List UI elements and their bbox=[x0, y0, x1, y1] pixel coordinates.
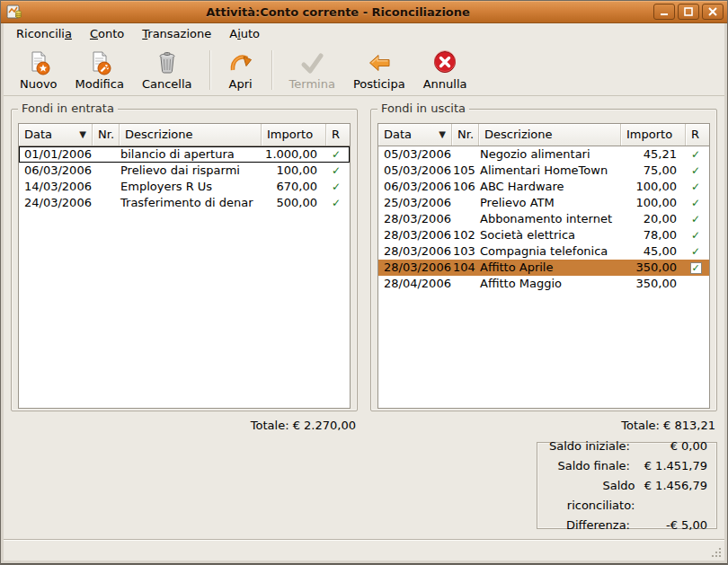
cell-date: 24/03/2006 bbox=[19, 195, 92, 211]
menu-transazione[interactable]: Transazione bbox=[133, 24, 220, 43]
column-header-importo[interactable]: Importo bbox=[621, 124, 686, 146]
cell-amt: 75,00 bbox=[619, 163, 684, 179]
transaction-row[interactable]: 28/04/2006Affitto Maggio350,00 bbox=[378, 276, 709, 292]
cell-nr bbox=[92, 146, 119, 163]
title-bar[interactable]: Attività:Conto corrente - Riconciliazion… bbox=[1, 1, 727, 23]
difference-value: -€ 5,00 bbox=[630, 516, 707, 535]
ending-balance-label: Saldo finale: bbox=[557, 456, 630, 476]
cell-nr bbox=[92, 195, 119, 211]
edit-document-icon bbox=[86, 49, 113, 76]
cell-date: 14/03/2006 bbox=[19, 179, 92, 195]
minimize-button[interactable] bbox=[653, 4, 675, 20]
column-header-descrizione[interactable]: Descrizione bbox=[120, 124, 262, 146]
cell-nr bbox=[451, 211, 478, 227]
transaction-row[interactable]: 28/03/2006102Società elettrica78,00✓ bbox=[378, 227, 709, 243]
window-title: Attività:Conto corrente - Riconciliazion… bbox=[22, 5, 653, 19]
transaction-row[interactable]: 05/03/2006Negozio alimentari45,21✓ bbox=[378, 146, 709, 163]
reconcile-window: Attività:Conto corrente - Riconciliazion… bbox=[0, 0, 728, 565]
edit-button[interactable]: Modifica bbox=[67, 47, 133, 93]
edit-button-label: Modifica bbox=[75, 77, 124, 91]
transaction-row[interactable]: 05/03/2006105Alimentari HomeTown75,00✓ bbox=[378, 163, 709, 179]
transaction-row[interactable]: 28/03/2006104Affitto Aprile350,00✓ bbox=[378, 260, 709, 276]
reconciled-balance-value: € 1.456,79 bbox=[635, 476, 707, 496]
column-header-data[interactable]: Data▼ bbox=[378, 124, 452, 146]
funds-out-legend: Fondi in uscita bbox=[377, 102, 469, 115]
reconciled-check-icon: ✓ bbox=[332, 164, 341, 177]
transaction-row[interactable]: 28/03/2006103Compagnia telefonica45,00✓ bbox=[378, 243, 709, 260]
column-header-importo[interactable]: Importo bbox=[262, 124, 326, 146]
cell-desc: Società elettrica bbox=[478, 227, 619, 243]
reconciled-cell[interactable]: ✓ bbox=[684, 243, 707, 260]
maximize-button[interactable] bbox=[678, 4, 699, 20]
menu-riconcilia[interactable]: Riconcilia bbox=[7, 24, 81, 43]
cell-desc: Compagnia telefonica bbox=[478, 243, 619, 260]
app-icon bbox=[6, 4, 22, 20]
column-header-data[interactable]: Data▼ bbox=[19, 124, 93, 146]
reconciled-cell[interactable]: ✓ bbox=[324, 195, 348, 211]
transaction-row[interactable]: 14/03/2006Employers R Us670,00✓ bbox=[19, 179, 350, 195]
menu-conto[interactable]: Conto bbox=[81, 24, 133, 43]
transaction-row[interactable]: 06/03/2006Prelievo dai risparmi100,00✓ bbox=[19, 163, 350, 179]
postpone-button[interactable]: Posticipa bbox=[344, 47, 414, 93]
reconciled-balance-row: Saldo riconciliato: € 1.456,79 bbox=[537, 476, 707, 516]
cell-date: 28/03/2006 bbox=[378, 211, 451, 227]
cell-date: 25/03/2006 bbox=[378, 195, 451, 211]
cell-date: 05/03/2006 bbox=[378, 146, 451, 163]
cell-nr bbox=[92, 163, 119, 179]
column-header-r[interactable]: R bbox=[686, 124, 709, 146]
transaction-row[interactable]: 06/03/2006106ABC Hardware100,00✓ bbox=[378, 179, 709, 195]
cell-nr: 103 bbox=[451, 243, 478, 260]
reconciled-cell[interactable]: ✓ bbox=[684, 179, 707, 195]
finish-button: Termina bbox=[280, 47, 344, 93]
column-header-r[interactable]: R bbox=[326, 124, 350, 146]
cell-amt: 45,00 bbox=[619, 243, 684, 260]
cell-amt: 20,00 bbox=[619, 211, 684, 227]
reconciled-cell[interactable]: ✓ bbox=[684, 211, 707, 227]
column-header-nr[interactable]: Nr. bbox=[93, 124, 120, 146]
reconciled-checkbox-icon: ✓ bbox=[690, 262, 702, 274]
reconciled-cell[interactable]: ✓ bbox=[684, 227, 707, 243]
transaction-row[interactable]: 24/03/2006Trasferimento di denar500,00✓ bbox=[19, 195, 350, 211]
transaction-row[interactable]: 28/03/2006Abbonamento internet20,00✓ bbox=[378, 211, 709, 227]
reconciled-cell[interactable]: ✓ bbox=[324, 179, 348, 195]
close-button[interactable] bbox=[702, 4, 724, 20]
column-header-nr[interactable]: Nr. bbox=[452, 124, 479, 146]
delete-button[interactable]: Cancella bbox=[133, 47, 201, 93]
reconciled-cell[interactable]: ✓ bbox=[684, 146, 707, 163]
reconciled-check-icon: ✓ bbox=[691, 181, 700, 193]
cell-date: 06/03/2006 bbox=[19, 163, 92, 179]
transaction-row[interactable]: 01/01/2006bilancio di apertura1.000,00✓ bbox=[19, 146, 350, 163]
reconciled-cell[interactable]: ✓ bbox=[684, 163, 707, 179]
toolbar: Nuovo Modifica Cancella bbox=[4, 44, 724, 96]
cell-desc: ABC Hardware bbox=[478, 179, 619, 195]
reconciled-balance-label: Saldo riconciliato: bbox=[537, 476, 635, 516]
cell-desc: bilancio di apertura bbox=[119, 146, 260, 163]
cell-date: 28/03/2006 bbox=[378, 227, 451, 243]
cell-nr: 106 bbox=[451, 179, 478, 195]
menu-aiuto[interactable]: Aiuto bbox=[220, 24, 269, 43]
cell-amt: 78,00 bbox=[619, 227, 684, 243]
cell-amt: 350,00 bbox=[619, 276, 684, 292]
new-button[interactable]: Nuovo bbox=[11, 47, 67, 93]
balance-summary: Saldo iniziale: € 0,00 Saldo finale: € 1… bbox=[537, 442, 717, 529]
reconciled-cell[interactable] bbox=[684, 276, 707, 292]
funds-out-list[interactable]: 05/03/2006Negozio alimentari45,21✓05/03/… bbox=[377, 146, 710, 409]
reconciled-cell[interactable]: ✓ bbox=[324, 163, 348, 179]
content-area: Fondi in entrata Data▼ Nr. Descrizione I… bbox=[4, 96, 724, 539]
reconciled-cell[interactable]: ✓ bbox=[324, 146, 348, 163]
column-header-descrizione[interactable]: Descrizione bbox=[479, 124, 621, 146]
finish-check-icon bbox=[298, 49, 325, 76]
transaction-row[interactable]: 25/03/2006Prelievo ATM100,00✓ bbox=[378, 195, 709, 211]
cancel-button[interactable]: Annulla bbox=[414, 47, 476, 93]
reconciled-cell[interactable]: ✓ bbox=[684, 260, 707, 276]
cancel-icon bbox=[431, 49, 458, 76]
reconciled-cell[interactable]: ✓ bbox=[684, 195, 707, 211]
delete-button-label: Cancella bbox=[142, 77, 192, 91]
starting-balance-label: Saldo iniziale: bbox=[549, 437, 630, 456]
cell-amt: 350,00 bbox=[619, 260, 684, 276]
menu-bar: Riconcilia Conto Transazione Aiuto bbox=[4, 23, 724, 44]
funds-in-list[interactable]: 01/01/2006bilancio di apertura1.000,00✓0… bbox=[18, 146, 351, 409]
resize-grip[interactable] bbox=[710, 546, 723, 559]
open-button[interactable]: Apri bbox=[218, 47, 263, 93]
reconciled-check-icon: ✓ bbox=[691, 164, 700, 177]
